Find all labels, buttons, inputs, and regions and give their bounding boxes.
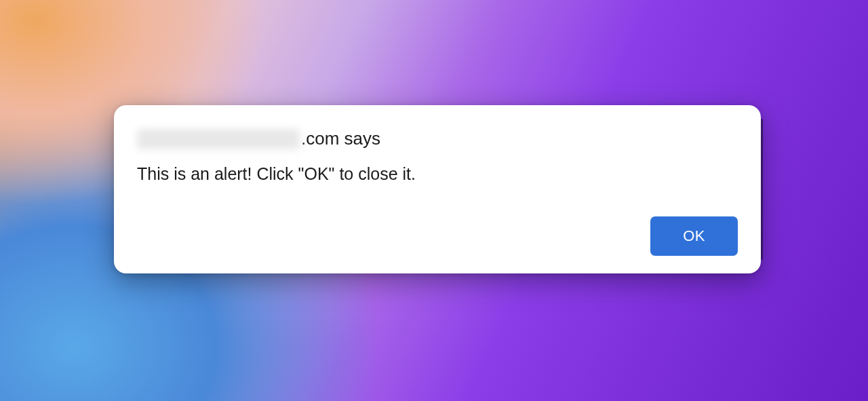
alert-origin-suffix: .com says: [301, 128, 380, 149]
ok-button[interactable]: OK: [650, 216, 738, 256]
alert-message: This is an alert! Click "OK" to close it…: [137, 164, 738, 184]
alert-actions: OK: [137, 216, 738, 256]
javascript-alert-dialog: .com says This is an alert! Click "OK" t…: [114, 105, 761, 273]
alert-title: .com says: [137, 128, 738, 149]
alert-origin-blurred: [137, 129, 300, 149]
dialog-edge-shadow: [761, 119, 763, 260]
